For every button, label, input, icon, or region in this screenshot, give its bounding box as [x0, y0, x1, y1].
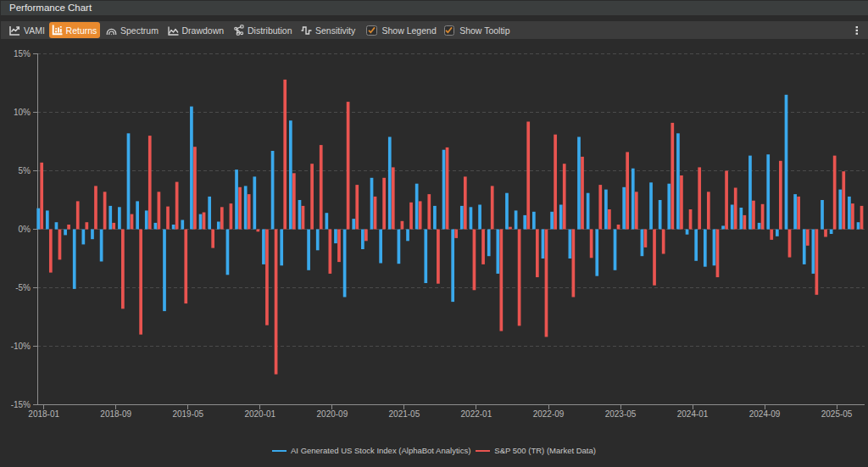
svg-text:15%: 15% — [14, 49, 31, 58]
svg-text:-5%: -5% — [15, 283, 31, 292]
svg-text:-10%: -10% — [11, 342, 31, 351]
svg-text:2022-01: 2022-01 — [461, 409, 492, 419]
svg-text:2019-05: 2019-05 — [172, 409, 203, 419]
svg-text:2021-05: 2021-05 — [389, 409, 420, 419]
svg-text:10%: 10% — [14, 108, 31, 117]
svg-text:2018-09: 2018-09 — [100, 409, 131, 419]
svg-text:2025-05: 2025-05 — [821, 409, 853, 419]
svg-text:2018-01: 2018-01 — [28, 409, 59, 419]
svg-text:-15%: -15% — [11, 400, 31, 409]
svg-text:2024-01: 2024-01 — [677, 409, 709, 419]
svg-text:2024-09: 2024-09 — [749, 409, 781, 419]
svg-text:5%: 5% — [19, 166, 31, 175]
svg-text:2020-09: 2020-09 — [317, 409, 348, 419]
svg-text:2020-01: 2020-01 — [244, 409, 275, 419]
svg-text:0%: 0% — [19, 225, 31, 234]
svg-text:2022-09: 2022-09 — [533, 409, 565, 419]
svg-text:2023-05: 2023-05 — [605, 409, 637, 419]
